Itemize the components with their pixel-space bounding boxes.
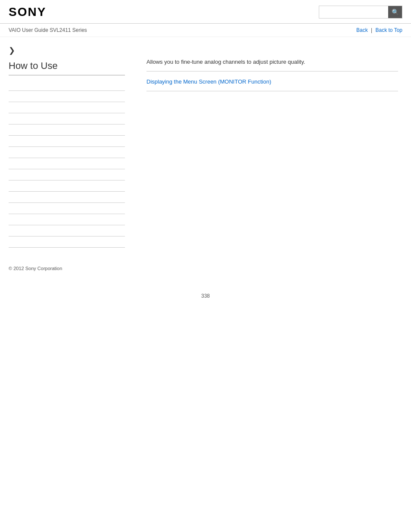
monitor-function-link[interactable]: Displaying the Menu Screen (MONITOR Func… [146,78,271,85]
sidebar-link[interactable] [9,136,125,147]
list-item [9,124,125,136]
sidebar-link[interactable] [9,124,125,136]
breadcrumb-nav: Back | Back to Top [356,27,402,33]
search-box: 🔍 [319,6,402,19]
sony-logo: SONY [9,5,46,19]
sidebar-link[interactable] [9,203,125,214]
search-input[interactable] [319,6,388,18]
header: SONY 🔍 [0,0,411,24]
list-item [9,136,125,147]
list-item [9,180,125,192]
back-link[interactable]: Back [356,27,368,33]
sidebar-link[interactable] [9,236,125,248]
list-item [9,192,125,203]
list-item [9,91,125,102]
sidebar-link[interactable] [9,158,125,169]
list-item [9,169,125,180]
list-item [9,214,125,225]
sidebar: ❯ How to Use [0,37,134,256]
sidebar-link[interactable] [9,91,125,102]
breadcrumb-separator: | [371,27,372,33]
back-to-top-link[interactable]: Back to Top [376,27,402,33]
sidebar-link[interactable] [9,225,125,236]
list-item [9,225,125,236]
content-area: Allows you to fine-tune analog channels … [134,37,411,256]
search-icon: 🔍 [392,9,399,16]
list-item [9,203,125,214]
sidebar-link[interactable] [9,102,125,113]
sidebar-link[interactable] [9,214,125,225]
content-link-section: Displaying the Menu Screen (MONITOR Func… [146,78,398,91]
list-item [9,147,125,158]
content-description: Allows you to fine-tune analog channels … [146,59,398,72]
footer: © 2012 Sony Corporation [0,256,411,276]
sidebar-title: How to Use [9,60,125,75]
main-container: ❯ How to Use Allows you to fine-tune ana… [0,37,411,256]
sidebar-link[interactable] [9,169,125,180]
search-button[interactable]: 🔍 [388,6,402,18]
list-item [9,236,125,248]
breadcrumb-bar: VAIO User Guide SVL2411 Series Back | Ba… [0,24,411,37]
sidebar-link[interactable] [9,113,125,124]
chevron-icon: ❯ [9,46,125,55]
page-number: 338 [0,293,411,303]
sidebar-links [9,80,125,248]
list-item [9,102,125,113]
list-item [9,80,125,91]
copyright-text: © 2012 Sony Corporation [9,266,62,271]
sidebar-link[interactable] [9,80,125,91]
list-item [9,113,125,124]
breadcrumb-left: VAIO User Guide SVL2411 Series [9,27,87,33]
list-item [9,158,125,169]
sidebar-link[interactable] [9,180,125,192]
sidebar-link[interactable] [9,192,125,203]
sidebar-link[interactable] [9,147,125,158]
